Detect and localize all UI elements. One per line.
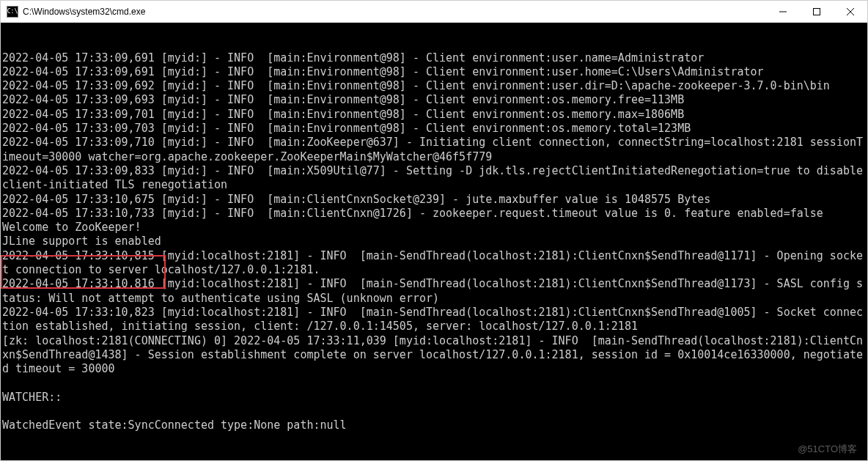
titlebar[interactable]: C:\ C:\Windows\system32\cmd.exe <box>1 1 867 23</box>
cmd-icon: C:\ <box>7 6 18 18</box>
close-button[interactable] <box>834 1 867 22</box>
window-controls <box>766 1 867 22</box>
cmd-window: C:\ C:\Windows\system32\cmd.exe 2022-04-… <box>0 0 868 461</box>
maximize-button[interactable] <box>800 1 834 22</box>
console-output[interactable]: 2022-04-05 17:33:09,691 [myid:] - INFO [… <box>1 23 867 460</box>
svg-rect-1 <box>814 8 820 15</box>
minimize-button[interactable] <box>766 1 800 22</box>
watermark: @51CTO博客 <box>798 442 857 456</box>
window-title: C:\Windows\system32\cmd.exe <box>23 7 766 17</box>
console-text: 2022-04-05 17:33:09,691 [myid:] - INFO [… <box>1 51 867 433</box>
